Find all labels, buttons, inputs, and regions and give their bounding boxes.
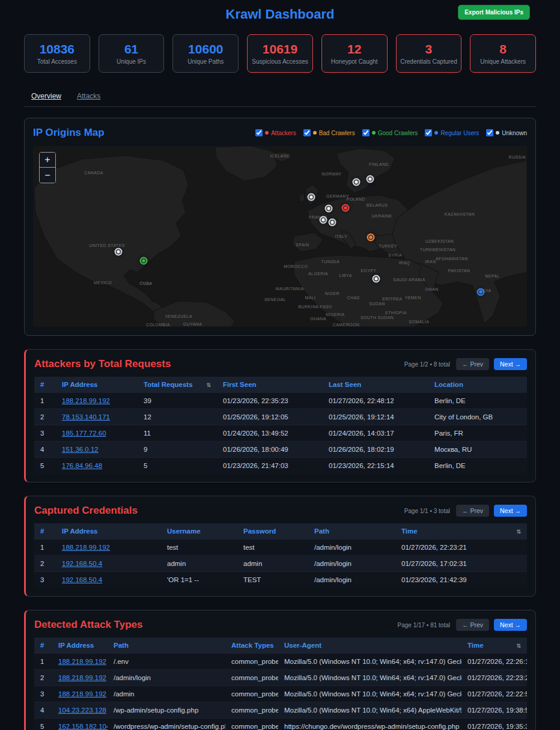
column-header-ip-address[interactable]: IP Address xyxy=(56,377,138,393)
legend-item-bad-crawlers[interactable]: Bad Crawlers xyxy=(303,129,355,136)
column-header-attack-types[interactable]: Attack Types xyxy=(225,637,278,654)
table-cell: /admin xyxy=(108,686,225,702)
column-header-[interactable]: # xyxy=(34,523,56,540)
legend-checkbox[interactable] xyxy=(486,129,493,136)
table-cell: 192.168.50.4 xyxy=(56,556,161,572)
table-row: 2188.218.99.192/admin/logincommon_probes… xyxy=(34,670,527,686)
ip-address-link[interactable]: 188.218.99.192 xyxy=(62,397,110,404)
ip-address-link[interactable]: 192.168.50.4 xyxy=(62,576,102,583)
table-row: 1188.218.99.1923901/23/2026, 22:35:2301/… xyxy=(34,393,527,409)
map-marker-unknown[interactable] xyxy=(115,248,123,256)
column-header-username[interactable]: Username xyxy=(161,523,237,540)
column-header-ip-address[interactable]: IP Address xyxy=(56,523,161,540)
column-header-[interactable]: # xyxy=(34,637,52,654)
table-cell: 12 xyxy=(138,409,217,425)
ip-address-link[interactable]: 188.218.99.192 xyxy=(58,658,106,665)
stats-row: 10836 Total Accesses 61 Unique IPs 10600… xyxy=(24,34,536,73)
tab-overview[interactable]: Overview xyxy=(31,92,61,100)
table-cell: 2 xyxy=(34,556,56,572)
marker-dot xyxy=(344,207,347,210)
column-header-password[interactable]: Password xyxy=(237,523,308,540)
ip-address-link[interactable]: 188.218.99.192 xyxy=(62,544,110,551)
column-header-time[interactable]: Time⇅ xyxy=(461,637,527,654)
ip-address-link[interactable]: 176.84.96.48 xyxy=(62,462,102,469)
column-header-user-agent[interactable]: User-Agent xyxy=(278,637,461,654)
legend-item-regular-users[interactable]: Regular Users xyxy=(425,129,479,136)
legend-item-unknown[interactable]: Unknown xyxy=(486,129,527,136)
tab-attacks[interactable]: Attacks xyxy=(77,92,100,100)
column-header-path[interactable]: Path xyxy=(308,523,395,540)
column-header-first-seen[interactable]: First Seen xyxy=(217,377,323,393)
legend-checkbox[interactable] xyxy=(425,129,432,136)
map-marker-bad_crawler[interactable] xyxy=(367,234,375,242)
map-marker-unknown[interactable] xyxy=(328,219,336,227)
column-header-last-seen[interactable]: Last Seen xyxy=(323,377,428,393)
legend-item-good-crawlers[interactable]: Good Crawlers xyxy=(362,129,418,136)
markers-layer xyxy=(33,146,527,327)
stat-card-honeypot-caught: 12 Honeypot Caught xyxy=(321,34,388,73)
attack-types-section-title: Detected Attack Types xyxy=(34,619,142,631)
map-marker-unknown[interactable] xyxy=(367,175,374,183)
ip-address-link[interactable]: 151.36.0.12 xyxy=(62,446,99,453)
map-marker-unknown[interactable] xyxy=(353,178,361,186)
ip-address-link[interactable]: 192.168.50.4 xyxy=(62,560,102,567)
prev-page-button[interactable]: ← Prev xyxy=(456,358,489,370)
map-viewport[interactable]: ICELANDCANADARUSSIANORWAYFINLANDUNITED S… xyxy=(33,146,527,327)
ip-address-link[interactable]: 188.218.99.192 xyxy=(58,690,106,698)
table-cell: 'OR 1=1 -- xyxy=(161,572,237,588)
legend-item-attackers[interactable]: Attackers xyxy=(255,129,296,136)
ip-address-link[interactable]: 78.153.140.171 xyxy=(62,413,110,421)
table-cell: 9 xyxy=(138,442,217,458)
prev-page-button[interactable]: ← Prev xyxy=(456,505,489,517)
column-header-[interactable]: # xyxy=(34,377,56,393)
column-header-location[interactable]: Location xyxy=(428,377,527,393)
ip-address-link[interactable]: 162.158.182.104 xyxy=(58,723,108,730)
table-cell: admin xyxy=(237,556,308,572)
export-malicious-ips-button[interactable]: Export Malicious IPs xyxy=(458,5,530,20)
map-marker-good_crawler[interactable] xyxy=(139,257,147,265)
sort-icon[interactable]: ⇅ xyxy=(516,643,521,649)
data-table: #IP AddressPathAttack TypesUser-AgentTim… xyxy=(34,637,527,730)
table-cell: 188.218.99.192 xyxy=(56,393,138,409)
map-marker-unknown[interactable] xyxy=(307,193,315,201)
ip-address-link[interactable]: 104.23.223.128 xyxy=(58,707,106,714)
legend-checkbox[interactable] xyxy=(362,129,370,136)
table-cell: https://chungo.dev/wordpress/wp-admin/se… xyxy=(278,719,461,730)
zoom-in-button[interactable]: + xyxy=(40,153,55,168)
table-cell: common_probes xyxy=(225,654,278,670)
column-header-total-requests[interactable]: Total Requests⇅ xyxy=(138,377,217,393)
prev-page-button[interactable]: ← Prev xyxy=(456,619,489,631)
legend-checkbox[interactable] xyxy=(255,129,263,136)
legend-label: Attackers xyxy=(271,130,296,136)
stat-value: 10836 xyxy=(40,42,75,56)
marker-dot xyxy=(355,181,358,184)
column-header-ip-address[interactable]: IP Address xyxy=(52,637,108,654)
next-page-button[interactable]: Next → xyxy=(494,358,527,370)
marker-dot xyxy=(309,196,312,199)
legend-dot-icon xyxy=(434,131,438,135)
next-page-button[interactable]: Next → xyxy=(494,619,527,631)
table-cell: 192.168.50.4 xyxy=(56,572,161,588)
stat-label: Unique Paths xyxy=(187,58,224,65)
table-cell: Mozilla/5.0 (Windows NT 10.0; Win64; x64… xyxy=(278,670,461,686)
map-marker-unknown[interactable] xyxy=(372,275,380,283)
column-header-path[interactable]: Path xyxy=(108,637,225,654)
column-header-time[interactable]: Time⇅ xyxy=(395,523,527,540)
ip-address-link[interactable]: 185.177.72.60 xyxy=(62,430,106,437)
legend-checkbox[interactable] xyxy=(303,129,311,136)
marker-dot xyxy=(321,219,324,222)
table-cell: Mozilla/5.0 (Windows NT 10.0; Win64; x64… xyxy=(278,686,461,702)
map-marker-regular_user[interactable] xyxy=(477,288,485,296)
table-cell: 01/27/2026, 22:48:12 xyxy=(323,393,428,409)
sort-icon[interactable]: ⇅ xyxy=(516,529,521,535)
map-marker-attacker[interactable] xyxy=(342,204,350,212)
table-cell: common_probes xyxy=(225,719,278,730)
next-page-button[interactable]: Next → xyxy=(494,505,527,517)
zoom-out-button[interactable]: − xyxy=(40,168,55,183)
map-marker-unknown[interactable] xyxy=(319,216,327,224)
ip-address-link[interactable]: 188.218.99.192 xyxy=(58,674,106,681)
table-cell: 11 xyxy=(138,425,217,442)
sort-icon[interactable]: ⇅ xyxy=(206,382,211,388)
map-marker-unknown[interactable] xyxy=(324,205,332,213)
table-row: 4104.23.223.128/wp-admin/setup-config.ph… xyxy=(34,702,527,719)
